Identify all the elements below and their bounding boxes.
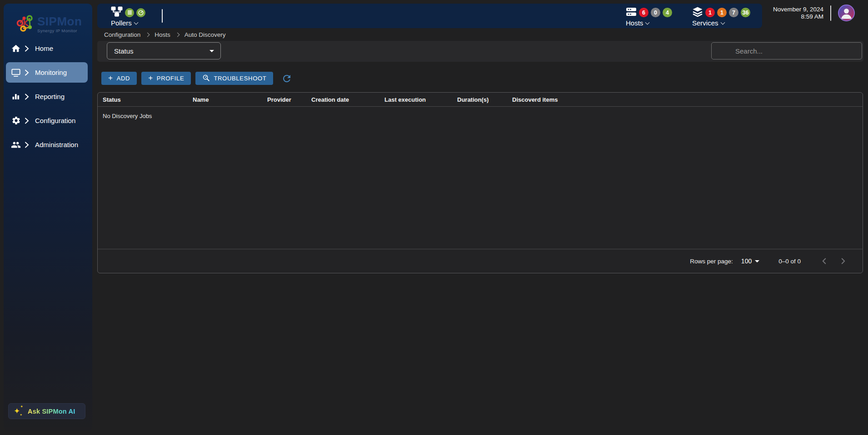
rows-per-page-value: 100 (741, 257, 752, 265)
ask-ai-label: Ask SIPMon AI (28, 408, 75, 415)
chevron-right-icon (25, 69, 29, 76)
sidebar-item-reporting[interactable]: Reporting (6, 86, 88, 107)
chevron-right-icon (25, 94, 29, 100)
breadcrumb-auto-discovery[interactable]: Auto Discovery (185, 31, 226, 38)
home-icon (10, 43, 21, 54)
add-button[interactable]: + ADD (101, 72, 137, 85)
monitor-icon (10, 67, 21, 78)
clock: November 9, 2024 8:59 AM (773, 6, 823, 20)
header-right: November 9, 2024 8:59 AM (773, 5, 855, 21)
app-tagline: Synergy IP Monitor (37, 28, 82, 33)
dropdown-arrow-icon (755, 260, 759, 262)
current-date: November 9, 2024 (773, 6, 823, 13)
sidebar-item-home[interactable]: Home (6, 38, 88, 59)
sparkles-icon: ✦✦✦ (14, 407, 24, 415)
current-time: 8:59 AM (773, 13, 823, 20)
pollers-icon (111, 6, 123, 19)
ask-ai-button[interactable]: ✦✦✦ Ask SIPMon AI (8, 403, 85, 419)
pollers-label: Pollers (111, 19, 132, 27)
column-header-status[interactable]: Status (98, 96, 188, 103)
sidebar-item-label: Administration (35, 141, 78, 148)
chevron-right-icon (25, 118, 29, 124)
chevron-right-icon (145, 33, 150, 37)
hosts-unreachable-badge[interactable]: 0 (651, 8, 660, 17)
hosts-label: Hosts (626, 19, 643, 27)
refresh-button[interactable] (280, 72, 293, 84)
previous-page-button[interactable] (818, 255, 831, 267)
poller-list-chip[interactable] (125, 8, 134, 17)
header-divider (162, 9, 163, 23)
discovery-jobs-table: Status Name Provider Creation date Last … (97, 92, 863, 273)
sipmon-logo-icon (16, 14, 34, 35)
pollers-menu[interactable]: Pollers (111, 7, 145, 27)
plus-icon: + (148, 74, 153, 82)
user-avatar[interactable] (838, 5, 855, 21)
pagination-range: 0–0 of 0 (778, 258, 801, 265)
sidebar-item-administration[interactable]: Administration (6, 134, 88, 155)
status-filter-select[interactable]: Status (107, 42, 221, 59)
search-input[interactable] (711, 42, 862, 59)
chevron-right-icon (25, 142, 29, 148)
chevron-down-icon (645, 20, 650, 25)
sidebar-item-label: Monitoring (35, 69, 67, 76)
filter-bar: Status (97, 41, 863, 62)
table-body: No Discovery Jobs (98, 107, 863, 249)
breadcrumb-configuration[interactable]: Configuration (104, 31, 140, 38)
profile-button-label: PROFILE (157, 75, 185, 82)
sidebar-item-label: Reporting (35, 93, 65, 100)
people-icon (10, 139, 21, 150)
hosts-down-badge[interactable]: 6 (639, 8, 649, 17)
services-critical-badge[interactable]: 1 (705, 8, 715, 17)
column-header-last-execution[interactable]: Last execution (379, 96, 452, 103)
sidebar: SIPMon Synergy IP Monitor Home Monitorin… (4, 4, 92, 431)
services-warning-badge[interactable]: 1 (717, 8, 727, 17)
column-header-discovered-items[interactable]: Discoverd items (507, 96, 863, 103)
rows-per-page-select[interactable]: 100 (741, 257, 759, 265)
troubleshoot-button-label: TROUBLESHOOT (214, 75, 266, 82)
gear-icon (10, 115, 21, 126)
sidebar-item-label: Home (35, 44, 53, 52)
plus-icon: + (108, 74, 113, 82)
troubleshoot-button[interactable]: TROUBLESHOOT (195, 72, 273, 85)
column-header-provider[interactable]: Provider (262, 96, 306, 103)
services-ok-badge[interactable]: 36 (741, 8, 750, 17)
table-pagination: Rows per page: 100 0–0 of 0 (98, 249, 863, 273)
troubleshoot-search-icon (202, 74, 210, 83)
header-divider (830, 5, 831, 21)
action-toolbar: + ADD + PROFILE TROUBLESHOOT (101, 72, 293, 85)
breadcrumb-hosts[interactable]: Hosts (155, 31, 170, 38)
bar-chart-icon (10, 91, 21, 102)
poller-latency-chip[interactable] (136, 8, 145, 17)
profile-button[interactable]: + PROFILE (141, 72, 191, 85)
rows-per-page-label: Rows per page: (690, 258, 733, 265)
column-header-creation-date[interactable]: Creation date (306, 96, 379, 103)
sidebar-nav: Home Monitoring Reporting (6, 38, 88, 158)
services-icon (692, 7, 703, 19)
hosts-menu[interactable]: 6 0 4 Hosts (626, 7, 672, 27)
breadcrumb: Configuration Hosts Auto Discovery (104, 31, 226, 38)
services-unknown-badge[interactable]: 7 (729, 8, 738, 17)
chevron-right-icon (175, 33, 180, 37)
chevron-right-icon (25, 45, 29, 52)
column-header-name[interactable]: Name (188, 96, 262, 103)
services-label: Services (692, 19, 718, 27)
sidebar-item-label: Configuration (35, 117, 75, 124)
services-menu[interactable]: 1 1 7 36 Services (692, 7, 750, 27)
chevron-down-icon (134, 20, 138, 25)
sidebar-item-monitoring[interactable]: Monitoring (6, 62, 88, 83)
column-header-duration[interactable]: Duration(s) (452, 96, 507, 103)
hosts-icon (626, 7, 637, 18)
top-header: Pollers 6 0 4 Hosts (97, 4, 762, 28)
dropdown-arrow-icon (210, 50, 214, 52)
table-header-row: Status Name Provider Creation date Last … (98, 93, 863, 107)
app-name: SIPMon (37, 15, 82, 27)
hosts-up-badge[interactable]: 4 (663, 8, 672, 17)
empty-table-message: No Discovery Jobs (98, 107, 863, 119)
next-page-button[interactable] (837, 255, 849, 267)
sidebar-item-configuration[interactable]: Configuration (6, 110, 88, 131)
add-button-label: ADD (117, 75, 130, 82)
status-filter-label: Status (114, 47, 134, 55)
app-logo: SIPMon Synergy IP Monitor (16, 14, 82, 35)
chevron-down-icon (720, 20, 725, 25)
